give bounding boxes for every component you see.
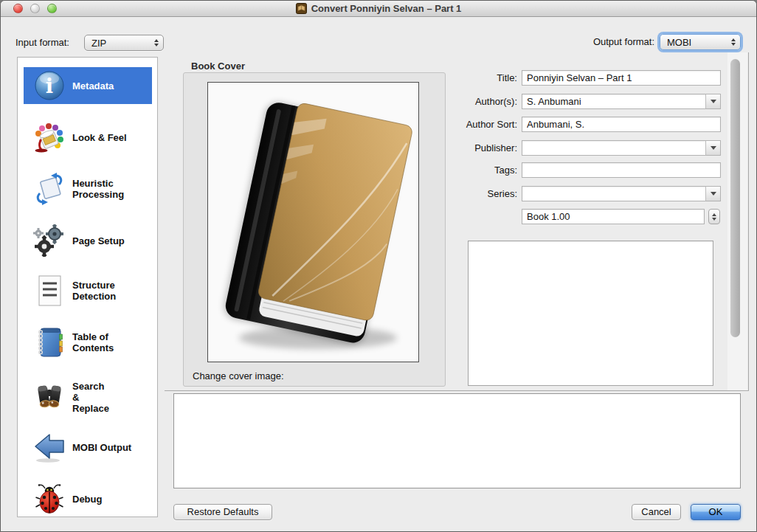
sidebar-item-label: Heuristic Processing (72, 178, 124, 200)
sidebar-item-mobi-output[interactable]: MOBI Output (24, 429, 152, 466)
sidebar-item-label: Search & Replace (72, 381, 109, 414)
svg-text:i: i (46, 75, 53, 97)
change-cover-label: Change cover image: (193, 370, 284, 381)
input-format-label: Input format: (15, 35, 69, 51)
sidebar-item-metadata[interactable]: i Metadata (24, 67, 152, 104)
sidebar-item-label: Page Setup (72, 235, 125, 246)
notebook-icon (32, 326, 66, 359)
sidebar-item-label: Look & Feel (72, 132, 127, 143)
minimize-button[interactable] (30, 4, 40, 13)
gears-icon (32, 224, 66, 257)
input-format-value: ZIP (91, 38, 106, 49)
series-dropdown-button[interactable] (705, 186, 721, 201)
chevron-updown-icon (154, 35, 159, 50)
sidebar-item-table-of-contents[interactable]: Table of Contents (24, 324, 152, 361)
sidebar-item-heuristic-processing[interactable]: Heuristic Processing (24, 170, 152, 207)
input-format-select[interactable]: ZIP (84, 35, 164, 51)
series-index-stepper[interactable] (708, 209, 720, 224)
tags-label: Tags: (410, 162, 517, 178)
document-lines-icon (32, 274, 66, 307)
ladybug-icon (32, 483, 66, 515)
left-arrow-icon (32, 431, 66, 463)
output-format-value: MOBI (667, 37, 691, 48)
restore-defaults-button[interactable]: Restore Defaults (173, 504, 272, 520)
sidebar-item-page-setup[interactable]: Page Setup (24, 222, 152, 259)
book-cover-group-title: Book Cover (191, 61, 245, 72)
sidebar-item-structure-detection[interactable]: Structure Detection (24, 272, 152, 309)
traffic-lights (13, 4, 57, 13)
chevron-updown-icon (731, 35, 736, 49)
title-input[interactable] (522, 70, 721, 86)
author-sort-label: Author Sort: (410, 117, 517, 132)
scroll-area-bottom-border (165, 390, 749, 391)
sidebar-item-label: MOBI Output (72, 442, 131, 453)
scroll-area-right-border (748, 52, 749, 391)
publisher-label: Publisher: (410, 140, 517, 156)
window-book-icon (296, 3, 307, 14)
publisher-dropdown-button[interactable] (705, 140, 721, 156)
conversion-sections-sidebar: i Metadata (17, 57, 158, 517)
sidebar-item-search-and-replace[interactable]: Search & Replace (24, 373, 152, 421)
cancel-button[interactable]: Cancel (632, 504, 681, 520)
titlebar: Convert Ponniyin Selvan – Part 1 (1, 1, 756, 17)
ok-button[interactable]: OK (691, 504, 741, 520)
sidebar-item-label: Structure Detection (72, 280, 116, 302)
comments-box[interactable] (468, 241, 713, 386)
output-format-select[interactable]: MOBI (660, 34, 741, 50)
close-button[interactable] (13, 4, 23, 13)
convert-dialog-window: Convert Ponniyin Selvan – Part 1 Input f… (0, 0, 757, 532)
book-cover-image (208, 83, 418, 362)
window-title: Convert Ponniyin Selvan – Part 1 (311, 3, 462, 14)
zoom-button[interactable] (47, 4, 57, 13)
rotate-page-icon (32, 173, 66, 205)
book-cover-frame (207, 82, 419, 362)
authors-combo-input[interactable] (522, 94, 721, 109)
sidebar-item-label: Metadata (72, 80, 114, 91)
output-format-label: Output format: (561, 34, 654, 50)
paint-bucket-icon (32, 121, 66, 153)
scrollbar-thumb[interactable] (730, 59, 740, 337)
author-sort-input[interactable] (522, 117, 721, 132)
sidebar-item-debug[interactable]: Debug (24, 480, 152, 517)
sidebar-item-look-and-feel[interactable]: Look & Feel (24, 119, 152, 156)
info-icon: i (32, 69, 66, 102)
tags-input[interactable] (522, 162, 721, 178)
publisher-combo-input[interactable] (522, 140, 721, 156)
series-combo-input[interactable] (522, 186, 721, 201)
authors-dropdown-button[interactable] (705, 94, 721, 109)
series-index-input[interactable] (522, 209, 705, 224)
title-label: Title: (410, 70, 517, 86)
series-label: Series: (410, 186, 517, 201)
authors-label: Author(s): (410, 94, 517, 109)
help-text-pane (173, 393, 741, 488)
sidebar-item-label: Debug (72, 494, 102, 505)
sidebar-item-label: Table of Contents (72, 331, 114, 353)
binoculars-icon (32, 381, 66, 413)
